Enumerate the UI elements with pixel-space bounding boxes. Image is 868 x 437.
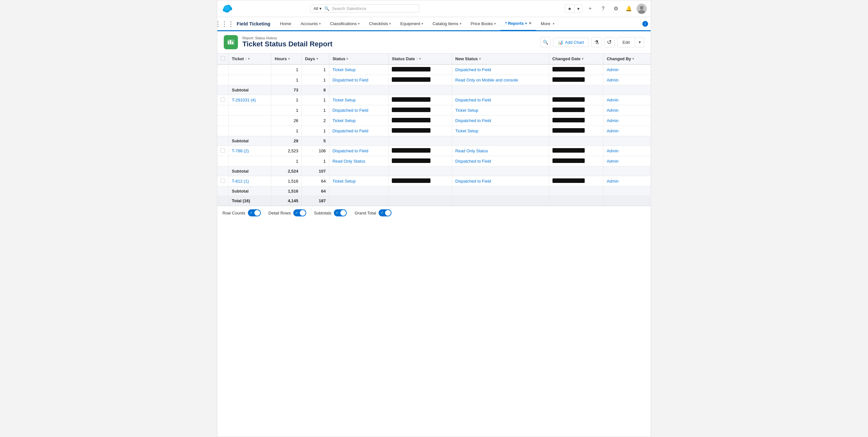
changed-by-cell: Admin [603,116,651,126]
new-status-link[interactable]: Dispatched to Field [455,159,491,164]
subtotals-toggle[interactable]: ✓ [334,209,347,216]
new-status-cell: Dispatched to Field [452,64,549,75]
ticket-filter-icon[interactable]: ▾ [248,57,250,61]
select-all-checkbox[interactable] [221,56,225,61]
status-date-redacted [392,97,430,102]
nav-item-accounts[interactable]: Accounts ▾ [296,17,325,31]
new-status-link[interactable]: Ticket Setup [455,128,478,133]
ticket-link[interactable]: T-788 (2) [232,149,249,153]
status-link[interactable]: Ticket Setup [333,179,356,184]
nav-item-more[interactable]: More ▾ [536,17,560,31]
favorites-button[interactable]: ★ ▾ [565,4,582,13]
status-link[interactable]: Dispatched to Field [333,108,368,113]
new-status-link[interactable]: Dispatched to Field [455,179,491,184]
changed-by-link[interactable]: Admin [607,179,618,184]
edit-dropdown-button[interactable]: ▾ [635,37,644,48]
changed-by-link[interactable]: Admin [607,108,618,113]
star-icon[interactable]: ★ [565,5,575,12]
user-avatar[interactable] [637,4,647,14]
new-status-filter-icon[interactable]: ▾ [479,57,481,61]
status-date-sort-icon[interactable]: ↑ [416,57,418,61]
new-status-link[interactable]: Dispatched to Field [455,118,491,123]
reports-close-icon[interactable]: ✕ [529,21,532,26]
hours-filter-icon[interactable]: ▾ [288,57,290,61]
days-filter-icon[interactable]: ▾ [316,57,318,61]
notifications-button[interactable]: 🔔 [624,4,634,14]
nav-item-checklists[interactable]: Checklists ▾ [365,17,396,31]
nav-item-equipment[interactable]: Equipment ▾ [396,17,428,31]
status-link[interactable]: Ticket Setup [333,118,356,123]
status-link[interactable]: Read Only Status [333,159,365,164]
col-changed-by[interactable]: Changed By ▾ [603,54,651,64]
col-ticket[interactable]: Ticket ↑ ▾ [228,54,271,64]
row-counts-toggle[interactable]: ✓ [248,209,261,216]
salesforce-logo[interactable] [221,2,233,15]
new-button[interactable]: ＋ [585,4,595,14]
row-checkbox-cell [217,75,228,85]
row-checkbox[interactable] [221,179,225,183]
changed-by-cell: Admin [603,64,651,75]
ticket-link[interactable]: T-291031 (4) [232,98,256,102]
help-button[interactable]: ? [598,4,608,14]
search-scope-dropdown[interactable]: All ▾ [314,6,322,11]
add-chart-button[interactable]: 📊 Add Chart [553,38,589,47]
changed-date-filter-icon[interactable]: ▾ [582,57,583,61]
status-link[interactable]: Dispatched to Field [333,77,368,83]
new-status-link[interactable]: Ticket Setup [455,108,478,113]
changed-by-link[interactable]: Admin [607,128,618,133]
info-dot: i [642,21,648,27]
status-cell: Dispatched to Field [329,105,389,116]
nav-item-catalog-items[interactable]: Catalog Items ▾ [428,17,466,31]
top-bar: All ▾ 🔍 Search Salesforce ★ ▾ ＋ ? ⚙ 🔔 [217,0,651,17]
detail-rows-toggle[interactable]: ✓ [293,209,306,216]
nav-item-reports[interactable]: * Reports ▾ ✕ [501,17,536,31]
status-link[interactable]: Dispatched to Field [333,128,368,133]
row-checkbox[interactable] [221,148,225,153]
search-input[interactable]: Search Salesforce [332,6,416,11]
col-status[interactable]: Status ▾ [329,54,389,64]
status-link[interactable]: Ticket Setup [333,98,356,102]
subtotal-hours-cell: 1,516 [271,186,302,196]
new-status-link[interactable]: Dispatched to Field [455,67,491,72]
col-status-date[interactable]: Status Date ↑ ▾ [389,54,452,64]
nav-item-price-books[interactable]: Price Books ▾ [466,17,501,31]
changed-by-filter-icon[interactable]: ▾ [632,57,634,61]
search-bar[interactable]: All ▾ 🔍 Search Salesforce [310,4,420,12]
days-cell: 1 [302,126,329,136]
status-link[interactable]: Ticket Setup [333,67,356,72]
subtotal-hours-cell: 29 [271,136,302,146]
changed-by-link[interactable]: Admin [607,77,618,83]
changed-date-cell [549,95,603,105]
new-status-link[interactable]: Dispatched to Field [455,98,491,102]
refresh-button[interactable]: ↺ [604,37,615,48]
nav-item-classifications[interactable]: Classifications ▾ [326,17,365,31]
status-date-filter-icon[interactable]: ▾ [419,57,421,61]
col-new-status[interactable]: New Status ▾ [452,54,549,64]
changed-by-link[interactable]: Admin [607,149,618,153]
changed-by-link[interactable]: Admin [607,67,618,72]
row-checkbox-cell [217,64,228,75]
grand-total-toggle[interactable]: ✓ [379,209,392,216]
settings-button[interactable]: ⚙ [611,4,621,14]
row-checkbox[interactable] [221,97,225,102]
col-changed-date[interactable]: Changed Date ▾ [549,54,603,64]
app-launcher-button[interactable]: ⋮⋮⋮ [217,17,231,31]
new-status-link[interactable]: Read Only Status [455,149,488,153]
report-search-button[interactable]: 🔍 [540,37,551,48]
edit-button[interactable]: Edit [617,37,635,48]
new-status-link[interactable]: Read Only on Mobile and console [455,77,518,83]
ticket-link[interactable]: T-812 (1) [232,179,249,184]
changed-by-link[interactable]: Admin [607,98,618,102]
status-link[interactable]: Dispatched to Field [333,149,368,153]
col-days[interactable]: Days ▾ [302,54,329,64]
changed-by-link[interactable]: Admin [607,159,618,164]
favorites-chevron[interactable]: ▾ [575,5,582,12]
status-filter-icon[interactable]: ▾ [346,57,348,61]
nav-item-home[interactable]: Home [276,17,296,31]
row-checkbox-cell [217,126,228,136]
changed-by-link[interactable]: Admin [607,118,618,123]
ticket-sort-icon[interactable]: ↑ [245,57,247,61]
col-hours[interactable]: Hours ▾ [271,54,302,64]
filter-button[interactable]: ⚗ [591,37,602,48]
subtotal-label-cell: Subtotal [228,136,271,146]
